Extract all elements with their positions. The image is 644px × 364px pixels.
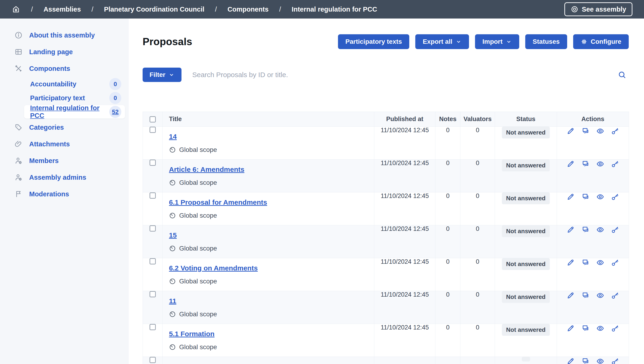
preview-icon[interactable]: [596, 258, 605, 267]
edit-icon[interactable]: [566, 225, 575, 234]
search-input[interactable]: [192, 71, 616, 79]
select-all-checkbox[interactable]: [150, 116, 156, 122]
breadcrumb-separator: /: [92, 6, 93, 13]
permissions-icon[interactable]: [611, 225, 620, 234]
breadcrumb-assemblies[interactable]: Assemblies: [44, 6, 81, 13]
gear-icon: [580, 38, 588, 45]
published-at-cell: 11/10/2024 12:45: [374, 192, 436, 225]
notes-icon[interactable]: [581, 225, 590, 234]
search-icon[interactable]: [616, 69, 628, 80]
import-button[interactable]: Import: [475, 34, 519, 49]
proposal-title-link[interactable]: 5.1 Formation: [169, 330, 214, 338]
valuators-count-cell: 0: [460, 127, 495, 160]
sidebar-subitem-participatory-text[interactable]: Participatory text 0: [24, 91, 125, 105]
breadcrumb-current-component: Internal regulation for PCC: [292, 6, 377, 13]
notes-icon[interactable]: [581, 357, 590, 364]
permissions-icon[interactable]: [611, 357, 620, 364]
row-checkbox[interactable]: [150, 127, 156, 133]
edit-icon[interactable]: [566, 127, 575, 136]
row-checkbox[interactable]: [150, 324, 156, 330]
scope-label: Global scope: [179, 344, 217, 351]
proposal-title-link[interactable]: 6.1 Proposal for Amendments: [169, 198, 267, 206]
sidebar-subitem-accountability[interactable]: Accountability 0: [24, 77, 125, 91]
count-badge: 0: [109, 78, 121, 90]
sidebar-subitem-label: Participatory text: [30, 94, 109, 102]
published-at-cell: 11/10/2024 12:45: [374, 160, 436, 192]
notes-icon[interactable]: [581, 258, 590, 267]
breadcrumb-components[interactable]: Components: [228, 6, 268, 13]
scope-label: Global scope: [179, 310, 217, 318]
sidebar-item-attachments[interactable]: Attachments: [0, 136, 129, 152]
permissions-icon[interactable]: [611, 324, 620, 333]
filter-label: Filter: [150, 71, 165, 78]
permissions-icon[interactable]: [611, 258, 620, 267]
permissions-icon[interactable]: [611, 291, 620, 300]
edit-icon[interactable]: [566, 324, 575, 333]
breadcrumb-assembly-name[interactable]: Planetary Coordination Council: [104, 6, 204, 13]
proposal-scope: Global scope: [169, 179, 370, 186]
see-assembly-button[interactable]: See assembly: [564, 2, 632, 16]
proposal-title-link[interactable]: Article 6: Amendments: [169, 166, 244, 173]
published-at-cell: 11/10/2024 12:45: [374, 225, 436, 258]
preview-icon[interactable]: [596, 357, 605, 364]
row-checkbox[interactable]: [150, 357, 156, 363]
sidebar-item-moderations[interactable]: Moderations: [0, 186, 129, 202]
notes-count-cell: 0: [436, 127, 460, 160]
sidebar-subitem-label: Accountability: [30, 80, 109, 88]
edit-icon[interactable]: [566, 192, 575, 201]
breadcrumb-separator: /: [215, 6, 217, 13]
sidebar-item-about[interactable]: About this assembly: [0, 27, 129, 44]
preview-icon[interactable]: [596, 192, 605, 201]
permissions-icon[interactable]: [611, 192, 620, 201]
chevron-down-icon: [506, 39, 512, 45]
preview-icon[interactable]: [596, 127, 605, 136]
edit-icon[interactable]: [566, 357, 575, 364]
filter-button[interactable]: Filter: [142, 68, 182, 82]
notes-icon[interactable]: [581, 160, 590, 168]
row-checkbox[interactable]: [150, 225, 156, 232]
proposal-scope: Global scope: [169, 278, 370, 285]
statuses-button[interactable]: Statuses: [525, 34, 567, 49]
info-icon: [14, 31, 23, 39]
permissions-icon[interactable]: [611, 160, 620, 168]
proposal-title-link[interactable]: 12: [169, 363, 177, 364]
sidebar-item-label: Attachments: [29, 140, 70, 148]
row-checkbox[interactable]: [150, 192, 156, 199]
sidebar-item-label: Members: [29, 157, 58, 165]
status-badge: Not answered: [502, 258, 550, 270]
proposal-title-link[interactable]: 6.2 Voting on Amendments: [169, 264, 258, 272]
notes-icon[interactable]: [581, 324, 590, 333]
edit-icon[interactable]: [566, 291, 575, 300]
sidebar-item-assembly-admins[interactable]: Assembly admins: [0, 169, 129, 186]
count-badge: 0: [109, 92, 121, 104]
permissions-icon[interactable]: [611, 127, 620, 136]
proposals-table-body: 14 Global scope 11/10/2024 12:45 0 0 Not…: [143, 127, 629, 364]
row-checkbox[interactable]: [150, 160, 156, 166]
notes-icon[interactable]: [581, 291, 590, 300]
proposal-title-link[interactable]: 15: [169, 231, 177, 239]
preview-icon[interactable]: [596, 324, 605, 333]
sidebar-subitem-internal-regulation[interactable]: Internal regulation for PCC 52: [24, 105, 125, 118]
row-checkbox[interactable]: [150, 258, 156, 264]
home-icon[interactable]: [12, 5, 20, 14]
proposal-title-link[interactable]: 14: [169, 133, 177, 140]
sidebar-item-landing-page[interactable]: Landing page: [0, 44, 129, 60]
preview-icon[interactable]: [596, 160, 605, 168]
notes-icon[interactable]: [581, 192, 590, 201]
export-all-button[interactable]: Export all: [415, 34, 469, 49]
participatory-texts-button[interactable]: Participatory texts: [338, 34, 409, 49]
notes-icon[interactable]: [581, 127, 590, 136]
preview-icon[interactable]: [596, 225, 605, 234]
edit-icon[interactable]: [566, 258, 575, 267]
sidebar-item-members[interactable]: Members: [0, 152, 129, 169]
edit-icon[interactable]: [566, 160, 575, 168]
proposal-title-link[interactable]: 11: [169, 297, 176, 305]
preview-icon[interactable]: [596, 291, 605, 300]
sidebar-item-label: Components: [29, 65, 70, 72]
configure-button[interactable]: Configure: [573, 34, 629, 49]
sidebar-item-categories[interactable]: Categories: [0, 119, 129, 136]
valuators-count-cell: 0: [460, 225, 495, 258]
row-checkbox[interactable]: [150, 291, 156, 297]
sidebar-item-components[interactable]: Components: [0, 60, 129, 77]
scope-label: Global scope: [179, 179, 217, 186]
